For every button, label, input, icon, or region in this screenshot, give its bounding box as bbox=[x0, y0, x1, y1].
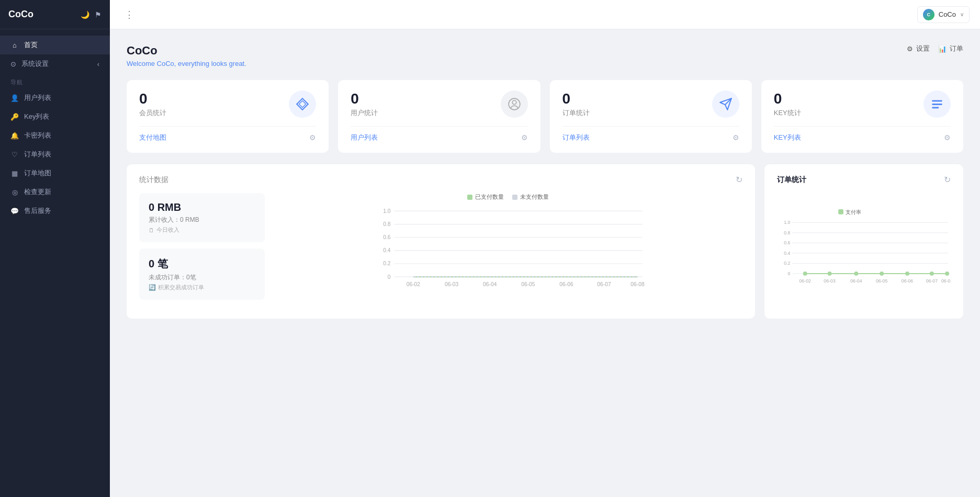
key-icon-wrap bbox=[923, 91, 951, 118]
send-icon bbox=[719, 97, 733, 111]
order-settings-icon[interactable]: ⚙ bbox=[733, 133, 739, 142]
order-stat-value: 0 bbox=[562, 91, 590, 107]
home-icon: ⌂ bbox=[10, 41, 19, 49]
order-refresh-button[interactable]: ↻ bbox=[944, 175, 951, 185]
member-settings-icon[interactable]: ⚙ bbox=[309, 133, 316, 142]
svg-rect-6 bbox=[932, 107, 939, 108]
sidebar-title: CoCo bbox=[8, 9, 33, 20]
stats-refresh-button[interactable]: ↻ bbox=[736, 175, 742, 185]
svg-text:0.8: 0.8 bbox=[383, 221, 391, 227]
orders-value: 0 笔 bbox=[149, 257, 255, 271]
stat-card-user: 0 用户统计 用户列表 ⚙ bbox=[338, 80, 540, 153]
stat-card-key: 0 KEY统计 KEY列表 ⚙ bbox=[761, 80, 963, 153]
legend-paid: 已支付数量 bbox=[467, 193, 504, 201]
sidebar-item-orders[interactable]: ♡ 订单列表 bbox=[0, 145, 110, 164]
svg-point-50 bbox=[880, 272, 884, 276]
sidebar-item-check-update[interactable]: ◎ 检查更新 bbox=[0, 183, 110, 201]
orders-label1: 未成功订单：0笔 bbox=[149, 273, 255, 282]
menu-dots-button[interactable]: ⋮ bbox=[120, 7, 138, 22]
sidebar-item-keys[interactable]: 🔑 Key列表 bbox=[0, 107, 110, 126]
member-icon-wrap bbox=[289, 91, 316, 118]
svg-point-48 bbox=[828, 272, 832, 276]
chevron-left-icon: ‹ bbox=[97, 60, 99, 68]
user-icon: 👤 bbox=[10, 94, 19, 102]
svg-text:支付率: 支付率 bbox=[846, 209, 861, 215]
member-stat-label: 会员统计 bbox=[139, 108, 166, 118]
svg-text:06-05: 06-05 bbox=[876, 278, 888, 284]
order-stat-link[interactable]: 订单列表 bbox=[562, 133, 590, 142]
orders-action-button[interactable]: 📊 订单 bbox=[938, 44, 963, 53]
moon-icon[interactable]: 🌙 bbox=[81, 10, 89, 19]
member-stat-link[interactable]: 支付地图 bbox=[139, 133, 166, 142]
svg-point-49 bbox=[854, 272, 858, 276]
svg-text:06-03: 06-03 bbox=[445, 281, 459, 287]
svg-point-52 bbox=[930, 272, 934, 276]
sidebar-header: CoCo 🌙 ⚑ bbox=[0, 0, 110, 29]
order-line-chart: 支付率 1.0 0.8 0.6 0.4 0.2 bbox=[777, 193, 951, 308]
revenue-label2: 🗒今日收入 bbox=[149, 226, 255, 234]
user-circle-icon bbox=[508, 97, 521, 111]
orders-action-icon: 📊 bbox=[938, 45, 947, 53]
svg-text:06-03: 06-03 bbox=[824, 278, 836, 284]
page-title: CoCo bbox=[127, 44, 246, 58]
key-settings-icon[interactable]: ⚙ bbox=[944, 133, 951, 142]
svg-text:0: 0 bbox=[388, 274, 391, 280]
orders-label2: 🔄积累交易成功订单 bbox=[149, 284, 255, 291]
order-icon-wrap bbox=[712, 91, 739, 118]
topbar: ⋮ C CoCo ∨ bbox=[110, 0, 980, 29]
update-icon: ◎ bbox=[10, 188, 19, 196]
svg-text:06-02: 06-02 bbox=[407, 281, 421, 287]
page-content: CoCo Welcome CoCo, everything looks grea… bbox=[110, 29, 980, 497]
svg-text:0.6: 0.6 bbox=[784, 240, 790, 245]
svg-text:06-04: 06-04 bbox=[483, 281, 497, 287]
user-avatar: C bbox=[923, 9, 934, 20]
sidebar-item-settings[interactable]: ⊙ 系统设置 ‹ bbox=[0, 54, 110, 73]
user-stat-value: 0 bbox=[351, 91, 378, 107]
order-chart-area: 支付率 1.0 0.8 0.6 0.4 0.2 bbox=[777, 193, 951, 308]
sidebar-item-after-sale[interactable]: 💬 售后服务 bbox=[0, 201, 110, 220]
svg-text:06-08: 06-08 bbox=[941, 278, 951, 284]
sidebar-item-order-map[interactable]: ▦ 订单地图 bbox=[0, 164, 110, 183]
page-subtitle: Welcome CoCo, everything looks great. bbox=[127, 60, 246, 67]
page-header: CoCo Welcome CoCo, everything looks grea… bbox=[127, 44, 963, 67]
flag-icon[interactable]: ⚑ bbox=[95, 10, 102, 19]
settings-icon: ⊙ bbox=[10, 60, 16, 68]
stats-chart: 已支付数量 未支付数量 bbox=[273, 193, 742, 298]
svg-text:06-06: 06-06 bbox=[902, 278, 914, 284]
user-settings-icon[interactable]: ⚙ bbox=[521, 133, 528, 142]
svg-text:1.0: 1.0 bbox=[784, 220, 790, 225]
chat-icon: 💬 bbox=[10, 207, 19, 215]
svg-text:06-06: 06-06 bbox=[559, 281, 573, 287]
svg-point-3 bbox=[512, 100, 516, 105]
svg-rect-5 bbox=[932, 104, 942, 105]
svg-text:06-04: 06-04 bbox=[850, 278, 862, 284]
svg-text:06-07: 06-07 bbox=[926, 278, 938, 284]
sidebar-item-users[interactable]: 👤 用户列表 bbox=[0, 88, 110, 107]
key-stat-label: KEY统计 bbox=[774, 108, 801, 118]
stats-line-chart: 1.0 0.8 0.6 0.4 0.2 0 06-02 06-03 06-04 … bbox=[273, 205, 742, 289]
svg-text:06-02: 06-02 bbox=[799, 278, 811, 284]
card-icon: 🔔 bbox=[10, 132, 19, 140]
order-panel-title: 订单统计 bbox=[777, 175, 806, 185]
key-stat-link[interactable]: KEY列表 bbox=[774, 133, 801, 142]
svg-marker-0 bbox=[297, 98, 308, 110]
main-content: ⋮ C CoCo ∨ CoCo Welcome CoCo, everything… bbox=[110, 0, 980, 497]
svg-text:06-07: 06-07 bbox=[597, 281, 611, 287]
stats-panel: 统计数据 ↻ 0 RMB 累计收入：0 RMB 🗒今日收入 bbox=[127, 164, 755, 319]
user-menu-button[interactable]: C CoCo ∨ bbox=[917, 6, 970, 23]
diamond-icon bbox=[296, 97, 309, 111]
sidebar-item-cards[interactable]: 🔔 卡密列表 bbox=[0, 126, 110, 145]
svg-text:0: 0 bbox=[787, 271, 790, 276]
settings-action-button[interactable]: ⚙ 设置 bbox=[907, 44, 930, 53]
stat-cards: 0 会员统计 支付地图 ⚙ bbox=[127, 80, 963, 153]
svg-point-53 bbox=[945, 272, 949, 276]
svg-text:06-05: 06-05 bbox=[521, 281, 535, 287]
svg-text:0.2: 0.2 bbox=[784, 261, 790, 266]
sidebar-item-home[interactable]: ⌂ 首页 bbox=[0, 36, 110, 54]
svg-marker-1 bbox=[299, 101, 306, 108]
key-icon: 🔑 bbox=[10, 113, 19, 121]
user-stat-link[interactable]: 用户列表 bbox=[351, 133, 378, 142]
svg-point-47 bbox=[803, 272, 807, 276]
legend-unpaid: 未支付数量 bbox=[512, 193, 549, 201]
svg-rect-4 bbox=[932, 100, 942, 101]
